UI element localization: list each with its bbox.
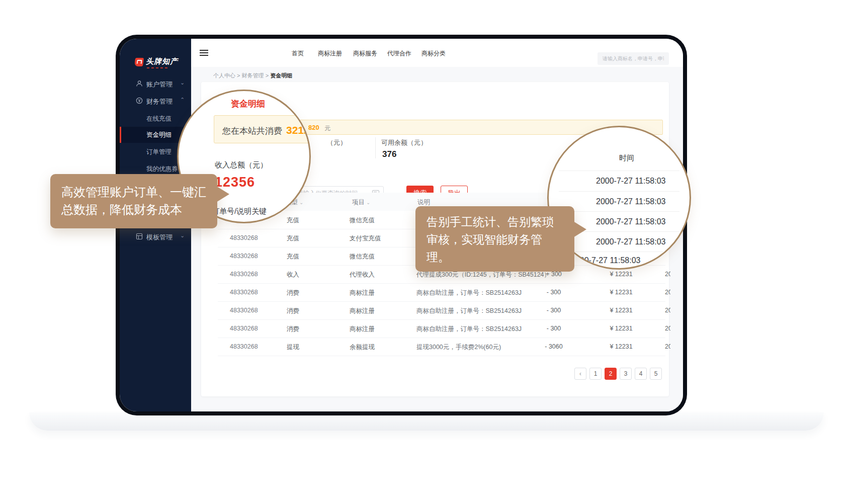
sidebar-item-account[interactable]: 账户管理 ⌄ — [120, 76, 191, 92]
sort-chevron-icon: ⌄ — [366, 200, 370, 205]
sidebar-item-label: 模板管理 — [146, 233, 173, 242]
sidebar-item-finance[interactable]: 财务管理 ⌃ — [120, 93, 191, 109]
income-label: 收入总额（元） — [215, 160, 268, 170]
banner-amount-tail: 820 — [308, 124, 319, 131]
table-row[interactable]: 48330268 提现 余额提现 提现3000元，手续费2%(60元) - 30… — [218, 338, 665, 356]
finance-icon — [136, 97, 143, 104]
sort-chevron-icon: ⌄ — [299, 200, 303, 205]
time-value: 2000-7-27 11:58:03 — [596, 197, 665, 206]
chevron-up-icon: ⌃ — [180, 97, 185, 103]
table-header-item[interactable]: 项目⌄ — [352, 198, 370, 207]
chevron-down-icon: ⌄ — [180, 232, 185, 239]
search-input[interactable] — [598, 52, 669, 65]
callout-bubble-right: 告别手工统计、告别繁琐审核，实现智能财务管理。 — [415, 206, 574, 272]
pagination-page-5[interactable]: 5 — [650, 368, 662, 380]
brand-logo: 头牌知产 — [120, 54, 191, 74]
pagination-page-2-active[interactable]: 2 — [605, 368, 617, 380]
table-header-desc: 说明 — [417, 198, 430, 207]
template-icon — [136, 233, 143, 240]
callout-right-arrow-icon — [573, 221, 586, 237]
pagination-page-4[interactable]: 4 — [635, 368, 647, 380]
hamburger-icon[interactable] — [200, 50, 208, 56]
sidebar-item-label: 账户管理 — [146, 80, 173, 89]
brand-logo-icon — [134, 58, 144, 66]
breadcrumb-fund-details: 资金明细 — [270, 72, 292, 78]
topbar: 首页 商标注册 商标服务 代理合作 商标分类 — [191, 39, 683, 67]
balance-value: 376 — [382, 149, 396, 159]
topnav-trademark-register[interactable]: 商标注册 — [318, 49, 342, 58]
table-header-order-keyword: 订单号/说明关键 — [212, 207, 267, 216]
banner-prefix: 您在本站共消费 — [222, 126, 282, 136]
time-value: 2000-7-27 11:58:03 — [596, 177, 665, 186]
user-icon — [136, 80, 143, 87]
lens-consumption-banner: 您在本站共消费32124 — [214, 115, 311, 143]
breadcrumb-personal-center[interactable]: 个人中心 — [213, 72, 235, 78]
page: 头牌知产 账户管理 ⌄ 财务管理 ⌃ 在线充值 资金 — [0, 0, 853, 504]
banner-unit: 元 — [324, 124, 330, 133]
stat-middle-label: （元） — [327, 138, 347, 147]
sidebar-item-templates[interactable]: 模板管理 ⌄ — [120, 229, 191, 245]
table-row[interactable]: 48330268 消费 商标注册 商标自助注册，订单号：SB2514263J -… — [218, 283, 665, 302]
topnav-home[interactable]: 首页 — [292, 49, 304, 58]
breadcrumb: 个人中心 > 财务管理 > 资金明细 — [213, 72, 292, 79]
brand-name: 头牌知产 — [146, 57, 178, 66]
time-value: 2000-7-27 11:58:03 — [596, 237, 665, 246]
sidebar-item-online-recharge[interactable]: 在线充值 — [120, 111, 191, 127]
chevron-down-icon: ⌄ — [180, 79, 185, 86]
fund-details-tab: 资金明细 — [231, 98, 265, 110]
topnav-trademark-category[interactable]: 商标分类 — [421, 49, 446, 58]
callout-right-text: 告别手工统计、告别繁琐审核，实现智能财务管理。 — [426, 213, 563, 266]
brand-logo-dots — [147, 67, 167, 68]
time-value: 2000-7-27 11:58:03 — [596, 217, 665, 226]
pagination-prev-button[interactable]: ‹ — [574, 368, 586, 380]
pagination-page-1[interactable]: 1 — [589, 368, 602, 380]
table-header-time: 时间 — [619, 153, 634, 163]
pagination-page-3[interactable]: 3 — [620, 368, 632, 380]
pagination: ‹ 1 2 3 4 5 — [574, 368, 662, 380]
callout-bubble-left: 高效管理账户订单、一键汇总数据，降低财务成本 — [50, 174, 217, 228]
table-row[interactable]: 48330268 消费 商标注册 商标自助注册，订单号：SB2514263J -… — [218, 301, 665, 320]
stat-divider — [375, 137, 376, 158]
breadcrumb-finance[interactable]: 财务管理 — [242, 72, 264, 78]
table-row[interactable]: 48330268 消费 商标注册 商标自助注册，订单号：SB2514263J -… — [218, 319, 665, 338]
callout-left-arrow-icon — [216, 186, 229, 202]
topnav-trademark-service[interactable]: 商标服务 — [353, 49, 377, 58]
sidebar-item-label: 财务管理 — [146, 97, 173, 106]
balance-label: 可用余额（元） — [381, 138, 427, 147]
topnav-agency[interactable]: 代理合作 — [387, 49, 411, 58]
callout-left-text: 高效管理账户订单、一键汇总数据，降低财务成本 — [61, 183, 206, 218]
